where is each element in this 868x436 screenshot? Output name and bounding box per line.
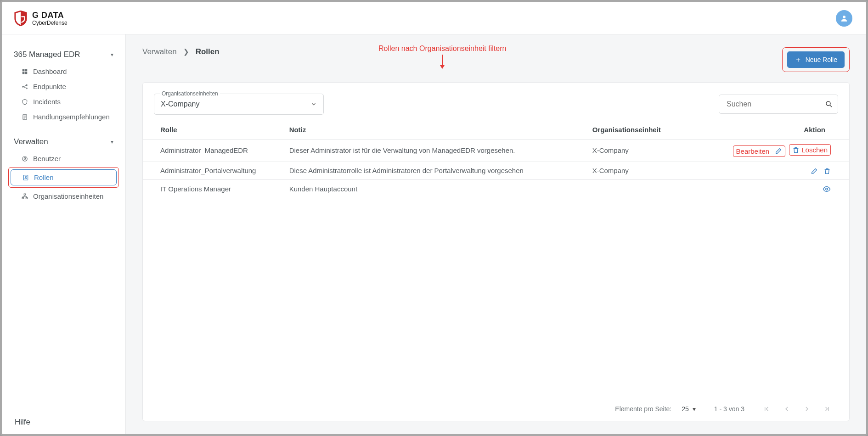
- annotation-text: Bearbeiten: [736, 147, 770, 155]
- brand-line2: CyberDefense: [32, 20, 68, 26]
- col-note[interactable]: Notiz: [278, 120, 581, 140]
- annotation-text: Löschen: [801, 146, 828, 154]
- brand-text: G DATA CyberDefense: [32, 11, 68, 26]
- endpoints-icon: [21, 83, 28, 90]
- svg-rect-15: [26, 197, 28, 199]
- cell-orgunit: [581, 179, 722, 198]
- annotation-edit-highlight: Bearbeiten: [733, 145, 786, 157]
- arrow-down-icon: [442, 55, 443, 68]
- cell-orgunit: X-Company: [581, 140, 722, 162]
- cell-note: Kunden Hauptaccount: [278, 179, 581, 198]
- annotation-new-role-highlight: ＋ Neue Rolle: [782, 47, 850, 72]
- sidebar-item-incidents[interactable]: Incidents: [8, 94, 119, 109]
- incidents-icon: [21, 98, 28, 106]
- main-content: Rollen nach Organisationseinheit filtern…: [126, 34, 866, 434]
- org-unit-select-label: Organisationseinheiten: [160, 90, 220, 97]
- cell-role: Administrator_ManagedEDR: [143, 140, 278, 162]
- svg-rect-3: [23, 72, 25, 74]
- sidebar-item-label: Handlungsempfehlungen: [33, 113, 110, 121]
- new-role-button[interactable]: ＋ Neue Rolle: [787, 51, 845, 68]
- search-input[interactable]: [726, 100, 821, 109]
- brand-logo[interactable]: G DATA CyberDefense: [14, 11, 68, 26]
- per-page-label: Elemente pro Seite:: [615, 405, 671, 413]
- svg-point-6: [26, 84, 27, 85]
- sidebar-section-managed-edr[interactable]: 365 Managed EDR ▾: [8, 45, 119, 64]
- roles-card: Organisationseinheiten X-Company Rolle N…: [142, 82, 850, 421]
- col-action: Aktion: [722, 120, 849, 140]
- user-icon: [840, 14, 848, 22]
- svg-point-0: [843, 16, 845, 18]
- table-row: Administrator_Portalverwaltung Diese Adm…: [143, 162, 849, 179]
- cell-note: Dieser Administrator ist für die Verwalt…: [278, 140, 581, 162]
- chevron-down-icon: ▾: [111, 139, 113, 145]
- edit-icon[interactable]: [811, 168, 818, 175]
- sidebar-item-endpunkte[interactable]: Endpunkte: [8, 79, 119, 94]
- top-bar: G DATA CyberDefense: [2, 2, 866, 34]
- delete-icon[interactable]: [792, 146, 800, 154]
- annotation-filter-hint: Rollen nach Organisationseinheit filtern: [378, 45, 506, 68]
- pagination-range: 1 - 3 von 3: [714, 405, 744, 413]
- orgunits-icon: [21, 193, 28, 200]
- svg-rect-1: [23, 69, 25, 71]
- sidebar-item-label: Dashboard: [33, 67, 67, 75]
- sidebar-item-label: Endpunkte: [33, 83, 66, 90]
- annotation-text: Rollen nach Organisationseinheit filtern: [378, 45, 506, 53]
- sidebar-item-label: Organisationseinheiten: [33, 192, 103, 200]
- org-unit-select[interactable]: Organisationseinheiten X-Company: [154, 94, 324, 115]
- svg-rect-2: [25, 69, 28, 71]
- breadcrumb-parent[interactable]: Verwalten: [142, 47, 177, 56]
- table-row: IT Operations Manager Kunden Hauptaccoun…: [143, 179, 849, 198]
- delete-icon[interactable]: [823, 168, 831, 175]
- sidebar-item-rollen[interactable]: Rollen: [11, 169, 117, 185]
- sidebar-item-organisationseinheiten[interactable]: Organisationseinheiten: [8, 189, 119, 204]
- col-orgunit[interactable]: Organisationseinheit: [581, 120, 722, 140]
- search-icon: [825, 100, 833, 108]
- cell-actions: [722, 162, 849, 179]
- avatar[interactable]: [836, 10, 852, 27]
- table-row: Administrator_ManagedEDR Dieser Administ…: [143, 140, 849, 162]
- recommendations-icon: [21, 113, 28, 121]
- plus-icon: ＋: [795, 56, 802, 63]
- breadcrumb: Verwalten ❯ Rollen: [142, 47, 220, 56]
- sidebar-item-label: Hilfe: [15, 418, 30, 426]
- svg-point-7: [26, 88, 27, 89]
- page-first-button[interactable]: [763, 405, 770, 413]
- cell-note: Diese Administratorrolle ist Administrat…: [278, 162, 581, 179]
- sidebar-item-benutzer[interactable]: Benutzer: [8, 151, 119, 166]
- breadcrumb-current: Rollen: [196, 47, 220, 56]
- sidebar-item-handlungsempfehlungen[interactable]: Handlungsempfehlungen: [8, 109, 119, 124]
- annotation-delete-highlight: Löschen: [789, 144, 831, 156]
- chevron-down-icon: ▾: [111, 51, 113, 58]
- per-page-value[interactable]: 25: [682, 405, 689, 413]
- pagination: Elemente pro Seite: 25 ▾ 1 - 3 von 3: [143, 399, 849, 421]
- sidebar-item-label: Incidents: [33, 98, 61, 106]
- cell-orgunit: X-Company: [581, 162, 722, 179]
- sidebar-item-label: Rollen: [34, 173, 54, 181]
- dashboard-icon: [21, 68, 28, 75]
- page-prev-button[interactable]: [783, 405, 790, 413]
- edit-icon[interactable]: [775, 147, 782, 155]
- chevron-down-icon: [310, 101, 317, 107]
- svg-rect-13: [24, 194, 26, 195]
- sidebar-item-dashboard[interactable]: Dashboard: [8, 64, 119, 79]
- col-role[interactable]: Rolle: [143, 120, 278, 140]
- svg-point-10: [24, 157, 26, 159]
- page-next-button[interactable]: [803, 405, 811, 413]
- page-last-button[interactable]: [823, 405, 831, 413]
- users-icon: [21, 155, 28, 162]
- org-unit-selected-value: X-Company: [161, 100, 199, 108]
- svg-point-5: [23, 86, 23, 87]
- sidebar-section-label: 365 Managed EDR: [14, 50, 80, 59]
- sidebar-section-verwalten[interactable]: Verwalten ▾: [8, 133, 119, 151]
- sidebar: 365 Managed EDR ▾ Dashboard Endpunkte In…: [2, 34, 126, 434]
- svg-point-17: [826, 188, 828, 190]
- search-field[interactable]: [719, 95, 838, 114]
- sidebar-item-hilfe[interactable]: Hilfe: [2, 410, 125, 434]
- view-icon[interactable]: [823, 185, 831, 193]
- svg-rect-14: [22, 197, 24, 199]
- caret-down-icon[interactable]: ▾: [693, 405, 696, 413]
- sidebar-item-label: Benutzer: [33, 155, 61, 162]
- sidebar-section-label: Verwalten: [14, 137, 48, 146]
- svg-rect-4: [25, 72, 28, 74]
- cell-actions: [722, 179, 849, 198]
